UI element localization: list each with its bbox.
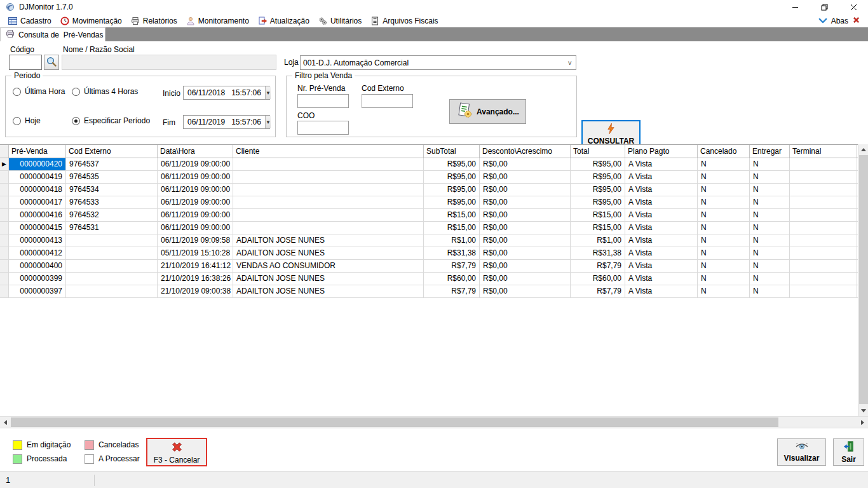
cell-cancelado[interactable]: N [698,158,750,170]
cell-desconto-acrescimo[interactable]: R$0,00 [480,285,571,297]
cell-desconto-acrescimo[interactable]: R$0,00 [480,209,571,221]
row-selector[interactable] [0,184,9,196]
cell-entregar[interactable]: N [750,158,790,170]
cell-cliente[interactable] [233,222,424,234]
cell-cod-externo[interactable]: 9764532 [66,209,158,221]
cell-cancelado[interactable]: N [698,196,750,208]
menu-item-movimentacao[interactable]: Movimentação [56,15,126,27]
cell-cancelado[interactable]: N [698,209,750,221]
cell-subtotal[interactable]: R$7,79 [424,260,480,272]
close-button[interactable] [839,0,868,14]
cell-pre-venda[interactable]: 0000000420 [9,158,66,170]
cell-cliente[interactable]: ADAILTON JOSE NUNES [233,273,424,285]
cell-pre-venda[interactable]: 0000000418 [9,184,66,196]
cell-total[interactable]: R$15,00 [571,222,625,234]
cell-pre-venda[interactable]: 0000000419 [9,171,66,183]
cell-terminal[interactable] [790,260,857,272]
row-selector[interactable] [0,171,9,183]
cell-terminal[interactable] [790,222,857,234]
cell-cod-externo[interactable] [66,260,158,272]
cell-entregar[interactable]: N [750,209,790,221]
cell-cancelado[interactable]: N [698,285,750,297]
column-header-total[interactable]: Total [571,145,625,158]
cell-plano-pagto[interactable]: A Vista [625,234,698,247]
cell-pre-venda[interactable]: 0000000415 [9,222,66,234]
cell-plano-pagto[interactable]: A Vista [625,184,698,196]
close-tab-icon[interactable] [852,16,860,26]
cell-entregar[interactable]: N [750,222,790,234]
inicio-datetime-field[interactable]: 06/11/2018 15:57:06 ▼ [183,86,270,100]
row-selector[interactable] [0,247,9,259]
row-selector[interactable] [0,196,9,208]
cell-subtotal[interactable]: R$95,00 [424,196,480,208]
cell-pre-venda[interactable]: 0000000400 [9,260,66,272]
cell-total[interactable]: R$95,00 [571,171,625,183]
column-header-plano-pagto[interactable]: Plano Pagto [625,145,698,158]
cell-cod-externo[interactable]: 9764535 [66,171,158,183]
cell-desconto-acrescimo[interactable]: R$0,00 [480,247,571,259]
cell-pre-venda[interactable]: 0000000412 [9,247,66,259]
column-header-pre-venda[interactable]: Pré-Venda [9,145,66,158]
menu-item-cadastro[interactable]: Cadastro [4,15,56,27]
cell-desconto-acrescimo[interactable]: R$0,00 [480,184,571,196]
radio-ultima-hora[interactable]: Última Hora [13,87,65,96]
cell-total[interactable]: R$31,38 [571,247,625,259]
cell-entregar[interactable]: N [750,247,790,259]
cell-desconto-acrescimo[interactable]: R$0,00 [480,158,571,170]
restore-button[interactable] [810,0,839,14]
minimize-button[interactable] [780,0,810,14]
column-header-desconto-acrescimo[interactable]: Desconto\Acrescimo [480,145,571,158]
cell-entregar[interactable]: N [750,260,790,272]
cell-data-hora[interactable]: 06/11/2019 09:00:00 [158,209,233,221]
row-selector[interactable] [0,209,9,221]
cell-plano-pagto[interactable]: A Vista [625,285,698,297]
codigo-input[interactable] [9,55,42,70]
cell-cancelado[interactable]: N [698,171,750,183]
cell-cod-externo[interactable] [66,247,158,259]
visualizar-button[interactable]: Visualizar [777,438,826,466]
cell-cod-externo[interactable]: 9764537 [66,158,158,170]
row-selector[interactable] [0,234,9,247]
cell-data-hora[interactable]: 06/11/2019 09:09:58 [158,234,233,247]
column-header-cliente[interactable]: Cliente [233,145,424,158]
cell-cod-externo[interactable]: 9764534 [66,184,158,196]
loja-select[interactable]: 001-D.J. Automação Comercial ˅ [300,55,576,70]
cell-cancelado[interactable]: N [698,273,750,285]
row-selector[interactable] [0,285,9,297]
cell-desconto-acrescimo[interactable]: R$0,00 [480,222,571,234]
tab-consulta-pre-vendas[interactable]: Consulta de Pré-Vendas [0,27,105,41]
cell-desconto-acrescimo[interactable]: R$0,00 [480,273,571,285]
row-selector[interactable] [0,222,9,234]
menu-item-relatorios[interactable]: Relatórios [126,15,182,27]
cell-subtotal[interactable]: R$15,00 [424,209,480,221]
cell-cancelado[interactable]: N [698,260,750,272]
coo-input[interactable] [297,121,349,135]
radio-especificar-periodo[interactable]: Especificar Período [72,116,150,125]
grid-vertical-scrollbar[interactable] [858,144,868,416]
f3-cancelar-button[interactable]: F3 - Cancelar [146,438,207,466]
cell-entregar[interactable]: N [750,234,790,247]
cell-terminal[interactable] [790,184,857,196]
cell-subtotal[interactable]: R$1,00 [424,234,480,247]
dropdown-arrow-icon[interactable]: ▼ [265,86,271,99]
cell-data-hora[interactable]: 06/11/2019 09:00:00 [158,196,233,208]
cell-data-hora[interactable]: 05/11/2019 15:10:28 [158,247,233,259]
menu-item-arquivos-fiscais[interactable]: Arquivos Fiscais [366,15,442,27]
cell-cliente[interactable] [233,196,424,208]
cell-total[interactable]: R$7,79 [571,260,625,272]
cell-data-hora[interactable]: 21/10/2019 09:00:38 [158,285,233,297]
cell-plano-pagto[interactable]: A Vista [625,247,698,259]
cell-total[interactable]: R$1,00 [571,234,625,247]
cell-pre-venda[interactable]: 0000000397 [9,285,66,297]
cell-cliente[interactable]: ADAILTON JOSE NUNES [233,234,424,247]
sair-button[interactable]: Sair [833,438,864,466]
cell-pre-venda[interactable]: 0000000416 [9,209,66,221]
column-header-entregar[interactable]: Entregar [750,145,790,158]
menu-item-utilitarios[interactable]: Utilitários [314,15,366,27]
cell-subtotal[interactable]: R$95,00 [424,171,480,183]
cell-cod-externo[interactable]: 9764533 [66,196,158,208]
cell-entregar[interactable]: N [750,196,790,208]
cell-entregar[interactable]: N [750,184,790,196]
cell-data-hora[interactable]: 06/11/2019 09:00:00 [158,184,233,196]
cell-cliente[interactable] [233,209,424,221]
